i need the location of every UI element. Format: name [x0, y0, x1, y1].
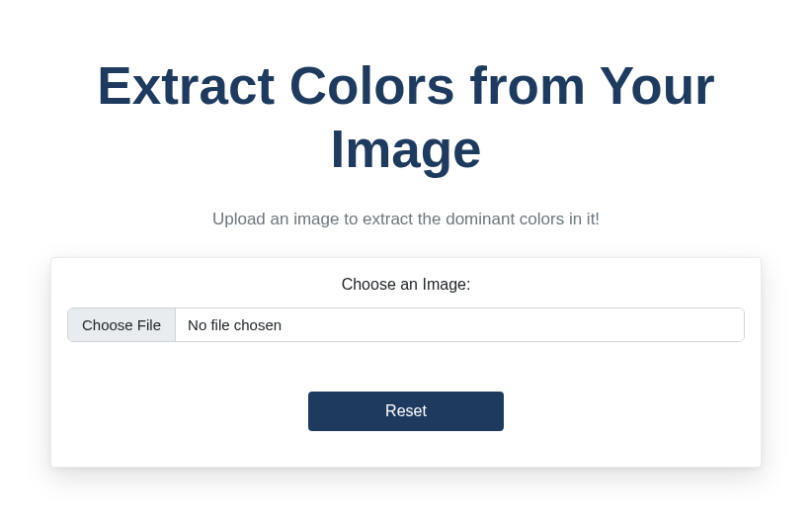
file-input[interactable]: Choose File No file chosen: [67, 307, 745, 342]
file-input-label: Choose an Image:: [67, 276, 745, 294]
choose-file-button[interactable]: Choose File: [68, 308, 176, 341]
upload-card: Choose an Image: Choose File No file cho…: [50, 257, 762, 468]
page-title: Extract Colors from Your Image: [50, 54, 762, 180]
file-form-group: Choose an Image: Choose File No file cho…: [67, 276, 745, 342]
page-subtitle: Upload an image to extract the dominant …: [50, 210, 762, 229]
file-status-text: No file chosen: [176, 308, 744, 341]
reset-button[interactable]: Reset: [308, 392, 504, 431]
